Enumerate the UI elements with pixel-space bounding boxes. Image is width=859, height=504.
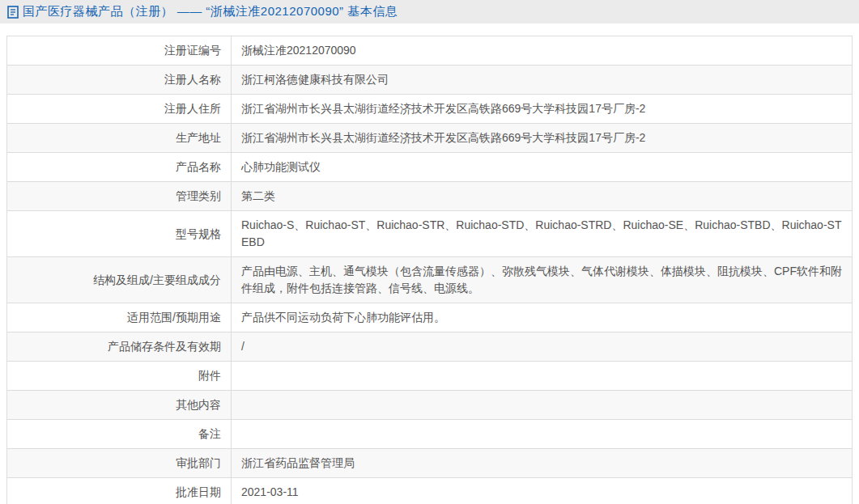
- registration-info-table: 注册证编号 浙械注准20212070090 注册人名称 浙江柯洛德健康科技有限公…: [6, 36, 853, 504]
- table-row: 产品名称 心肺功能测试仪: [7, 153, 853, 182]
- table-row: 型号规格 Ruichao-S、Ruichao-ST、Ruichao-STR、Ru…: [7, 211, 853, 257]
- row-value: 浙江省湖州市长兴县太湖街道经济技术开发区高铁路669号大学科技园17号厂房-2: [232, 124, 853, 153]
- row-label-text: 型号规格: [176, 227, 221, 240]
- table-row: 适用范围/预期用途 产品供不同运动负荷下心肺功能评估用。: [7, 303, 853, 332]
- row-label: 注册人名称: [7, 66, 232, 95]
- row-value: 产品由电源、主机、通气模块（包含流量传感器）、弥散残气模块、气体代谢模块、体描模…: [232, 257, 853, 303]
- info-table-body: 注册证编号 浙械注准20212070090 注册人名称 浙江柯洛德健康科技有限公…: [7, 36, 853, 504]
- row-label-text: 注册证编号: [164, 44, 221, 57]
- table-row: 备注: [7, 420, 853, 449]
- row-label-text: 产品储存条件及有效期: [108, 340, 221, 353]
- row-value: 产品供不同运动负荷下心肺功能评估用。: [232, 303, 853, 332]
- row-value: 浙械注准20212070090: [232, 36, 853, 66]
- row-label: 结构及组成/主要组成成分: [7, 257, 232, 303]
- row-label: 产品名称: [7, 153, 232, 182]
- registration-info-table-container: 注册证编号 浙械注准20212070090 注册人名称 浙江柯洛德健康科技有限公…: [6, 36, 853, 504]
- row-label-text: 其他内容: [176, 398, 221, 411]
- row-label: 适用范围/预期用途: [7, 303, 232, 332]
- row-label-text: 适用范围/预期用途: [127, 311, 221, 324]
- row-label: 备注: [7, 420, 232, 449]
- row-value: 心肺功能测试仪: [232, 153, 853, 182]
- row-label-text: 管理类别: [176, 189, 221, 202]
- row-label: 管理类别: [7, 182, 232, 211]
- document-icon: [7, 6, 19, 19]
- row-value: 浙江柯洛德健康科技有限公司: [232, 66, 853, 95]
- row-label: 注册人住所: [7, 95, 232, 124]
- table-row: 审批部门 浙江省药品监督管理局: [7, 449, 853, 478]
- row-label: 注册证编号: [7, 36, 232, 66]
- table-row: 结构及组成/主要组成成分 产品由电源、主机、通气模块（包含流量传感器）、弥散残气…: [7, 257, 853, 303]
- row-label: 产品储存条件及有效期: [7, 332, 232, 362]
- table-row: 注册人住所 浙江省湖州市长兴县太湖街道经济技术开发区高铁路669号大学科技园17…: [7, 95, 853, 124]
- row-value: Ruichao-S、Ruichao-ST、Ruichao-STR、Ruichao…: [232, 211, 853, 257]
- row-label: 附件: [7, 362, 232, 391]
- row-label-text: 注册人住所: [164, 102, 221, 115]
- table-row: 注册人名称 浙江柯洛德健康科技有限公司: [7, 66, 853, 95]
- row-label-text: 批准日期: [176, 485, 221, 498]
- row-label-text: 产品名称: [176, 160, 221, 173]
- row-label-text: 结构及组成/主要组成成分: [93, 273, 221, 286]
- table-row: 附件: [7, 362, 853, 391]
- table-row: 生产地址 浙江省湖州市长兴县太湖街道经济技术开发区高铁路669号大学科技园17号…: [7, 124, 853, 153]
- row-value: [232, 420, 853, 449]
- table-row: 产品储存条件及有效期 /: [7, 332, 853, 362]
- row-value: [232, 362, 853, 391]
- row-value: 浙江省湖州市长兴县太湖街道经济技术开发区高铁路669号大学科技园17号厂房-2: [232, 95, 853, 124]
- table-row: 其他内容: [7, 391, 853, 420]
- row-label-text: 备注: [198, 427, 221, 440]
- row-label: 生产地址: [7, 124, 232, 153]
- row-value: [232, 391, 853, 420]
- row-label-text: 附件: [198, 369, 221, 382]
- row-label: 其他内容: [7, 391, 232, 420]
- table-row: 批准日期 2021-03-11: [7, 478, 853, 504]
- row-label: 型号规格: [7, 211, 232, 257]
- table-row: 注册证编号 浙械注准20212070090: [7, 36, 853, 66]
- row-label-text: 审批部门: [176, 456, 221, 469]
- row-value: 第二类: [232, 182, 853, 211]
- row-label-text: 注册人名称: [164, 73, 221, 86]
- row-label: 批准日期: [7, 478, 232, 504]
- row-value: /: [232, 332, 853, 362]
- page-title: 国产医疗器械产品（注册） —— “浙械注准20212070090” 基本信息: [23, 4, 398, 19]
- row-label-text: 生产地址: [176, 131, 221, 144]
- row-label: 审批部门: [7, 449, 232, 478]
- table-row: 管理类别 第二类: [7, 182, 853, 211]
- page-header: 国产医疗器械产品（注册） —— “浙械注准20212070090” 基本信息: [0, 0, 859, 23]
- row-value: 2021-03-11: [232, 478, 853, 504]
- row-value: 浙江省药品监督管理局: [232, 449, 853, 478]
